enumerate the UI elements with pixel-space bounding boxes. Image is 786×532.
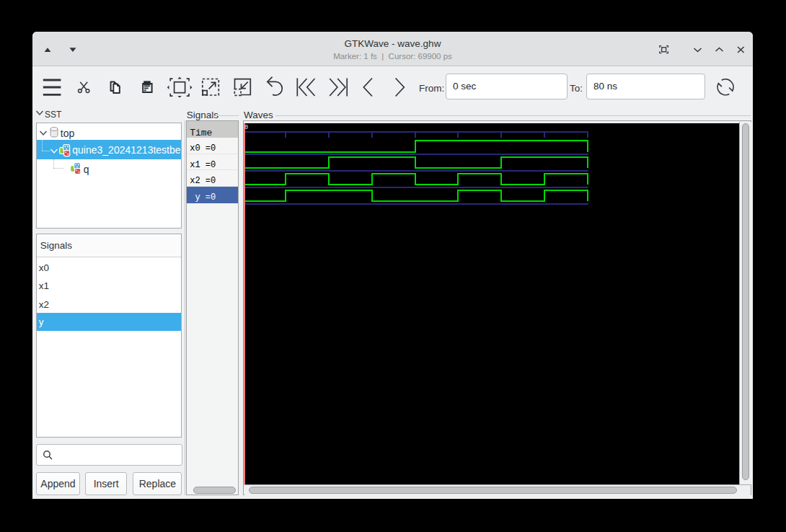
svg-text:0: 0 bbox=[244, 123, 247, 130]
